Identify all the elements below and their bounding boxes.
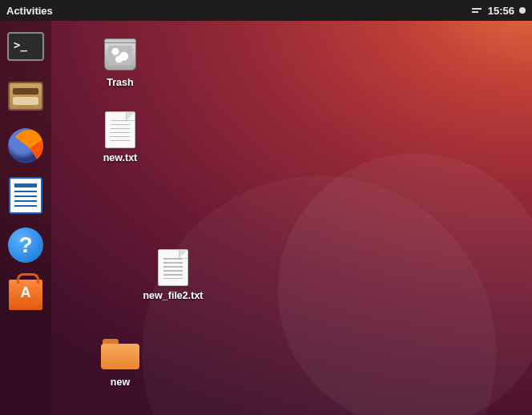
dock-item-help[interactable]: ?	[6, 226, 45, 264]
dock-item-firefox[interactable]	[6, 127, 45, 165]
icon-label: new	[111, 377, 130, 388]
terminal-icon	[7, 32, 44, 61]
network-icon	[472, 6, 483, 14]
dock-item-files[interactable]	[6, 77, 45, 115]
text-file-icon	[101, 111, 139, 149]
top-bar: Activities 15:56	[0, 0, 532, 21]
status-area[interactable]: 15:56	[472, 5, 526, 17]
desktop-icon-new-file2[interactable]: new_file2.txt	[138, 248, 208, 301]
status-indicator-icon	[519, 7, 526, 14]
dock-item-software[interactable]	[6, 276, 45, 314]
desktop-icon-new-txt[interactable]: new.txt	[85, 111, 155, 163]
icon-label: new.txt	[103, 152, 138, 163]
dock-item-writer[interactable]	[6, 176, 45, 215]
dock: ?	[0, 21, 51, 415]
trash-icon	[101, 35, 139, 74]
clock-label: 15:56	[488, 5, 514, 17]
firefox-icon	[8, 128, 43, 163]
help-icon: ?	[8, 228, 43, 263]
icon-label: new_file2.txt	[143, 290, 203, 301]
folder-icon	[101, 335, 139, 373]
desktop-icon-new-folder[interactable]: new	[85, 335, 155, 388]
desktop-icon-trash[interactable]: Trash	[85, 35, 155, 88]
text-file-icon	[154, 248, 192, 287]
libreoffice-writer-icon	[9, 177, 42, 214]
ubuntu-software-icon	[9, 280, 42, 310]
files-icon	[8, 82, 43, 111]
icon-label: Trash	[107, 77, 133, 88]
activities-button[interactable]: Activities	[6, 5, 53, 17]
desktop[interactable]: Trash new.txt new_file2.txt new	[51, 21, 532, 415]
dock-item-terminal[interactable]	[6, 27, 45, 66]
